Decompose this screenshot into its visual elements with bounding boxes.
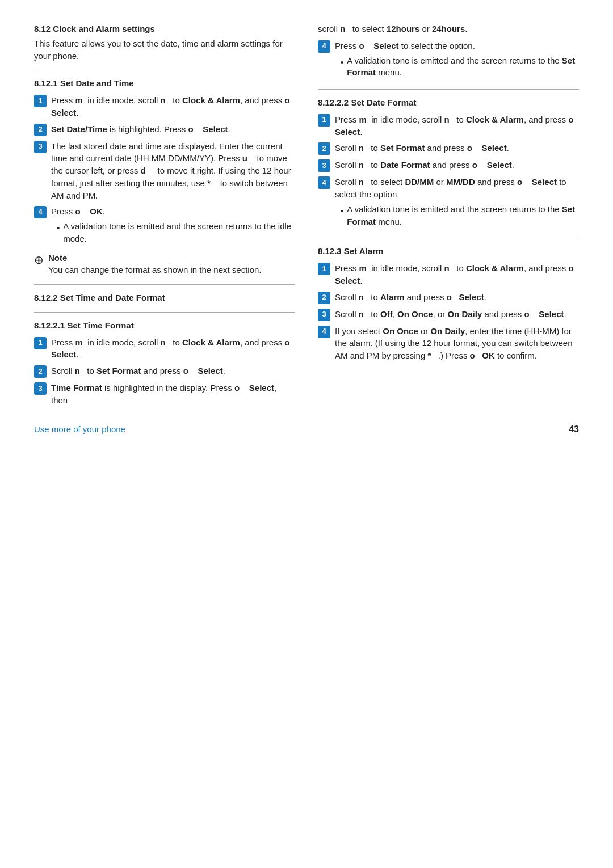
step-item: 3 The last stored date and time are disp… <box>34 140 295 202</box>
step-badge-4: 4 <box>318 40 330 53</box>
note-content: Note You can change the format as shown … <box>48 252 262 277</box>
step-badge-1: 1 <box>34 95 47 107</box>
set-date-time-title: 8.12.1 Set Date and Time <box>34 77 295 90</box>
step-item: 2 Scroll n to Alarm and press o Select. <box>318 291 579 304</box>
page-layout: 8.12 Clock and Alarm settings This featu… <box>34 23 579 411</box>
step-item: 3 Scroll n to Date Format and press o Se… <box>318 159 579 172</box>
step-content-1: Press m in idle mode, scroll n to Clock … <box>335 113 579 138</box>
set-format-title: 8.12.2 Set Time and Date Format <box>34 292 295 304</box>
step-content-2: Scroll n to Set Format and press o Selec… <box>51 365 295 377</box>
step-content-1: Press m in idle mode, scroll n to Clock … <box>335 262 579 287</box>
divider-1 <box>34 70 295 70</box>
step-item: 1 Press m in idle mode, scroll n to Cloc… <box>34 94 295 119</box>
set-time-format-title: 8.12.2.1 Set Time Format <box>34 319 295 332</box>
step-item: 4 If you select On Once or On Daily, ent… <box>318 325 579 362</box>
step-badge-3: 3 <box>34 382 47 395</box>
step-content-2: Scroll n to Set Format and press o Selec… <box>335 142 579 154</box>
bullet-dot: • <box>57 222 60 234</box>
section-intro: This feature allows you to set the date,… <box>34 37 295 62</box>
bullet-dot: • <box>341 205 343 217</box>
note-title: Note <box>48 253 67 263</box>
step-item: 2 Set Date/Time is highlighted. Press o … <box>34 123 295 136</box>
step-content-4: Press o OK. • A validation tone is emitt… <box>51 205 295 247</box>
divider-2 <box>34 284 295 285</box>
step-content-1: Press m in idle mode, scroll n to Clock … <box>51 336 295 361</box>
step-content-3: Scroll n to Date Format and press o Sele… <box>335 159 579 171</box>
step-badge-2: 2 <box>34 124 47 136</box>
set-alarm-title: 8.12.3 Set Alarm <box>318 245 579 258</box>
step-badge-4: 4 <box>34 206 47 218</box>
step-badge-1: 1 <box>34 337 47 349</box>
step-content-1: Press m in idle mode, scroll n to Clock … <box>51 94 295 119</box>
divider-3 <box>34 312 295 313</box>
left-column: 8.12 Clock and Alarm settings This featu… <box>34 23 295 411</box>
step-content-3: Scroll n to Off, On Once, or On Daily an… <box>335 308 579 321</box>
step-badge-1: 1 <box>318 263 330 275</box>
step-content-2: Scroll n to Alarm and press o Select. <box>335 291 579 304</box>
set-date-format-title: 8.12.2.2 Set Date Format <box>318 96 579 109</box>
step-bullets: • A validation tone is emitted and the s… <box>341 203 579 228</box>
bullet-dot: • <box>341 56 343 69</box>
step-badge-3: 3 <box>34 141 47 153</box>
step-content-2: Set Date/Time is highlighted. Press o Se… <box>51 123 295 136</box>
step-content-3: The last stored date and time are displa… <box>51 140 295 202</box>
bullet-text: A validation tone is emitted and the scr… <box>63 220 295 245</box>
divider-5 <box>318 238 579 238</box>
set-alarm-steps: 1 Press m in idle mode, scroll n to Cloc… <box>318 262 579 362</box>
step-badge-2: 2 <box>318 142 330 155</box>
step-badge-4: 4 <box>318 326 330 338</box>
continuation-text: scroll n to select 12hours or 24hours. <box>318 23 579 35</box>
step4-select: 4 Press o Select to select the option. •… <box>318 40 579 81</box>
step-content-3: Time Format is highlighted in the displa… <box>51 382 295 407</box>
footer-row: Use more of your phone 43 <box>34 423 579 436</box>
step-content-4: Press o Select to select the option. • A… <box>335 40 579 81</box>
step-bullets: • A validation tone is emitted and the s… <box>341 54 579 79</box>
note-text: You can change the format as shown in th… <box>48 265 262 275</box>
bullet-text: A validation tone is emitted and the scr… <box>347 203 579 228</box>
note-icon: ⊕ <box>34 252 44 268</box>
step-item: 3 Time Format is highlighted in the disp… <box>34 382 295 407</box>
step-item: 4 Press o Select to select the option. •… <box>318 40 579 81</box>
step-content-4: Scroll n to select DD/MM or MM/DD and pr… <box>335 176 579 230</box>
step-item: 4 Press o OK. • A validation tone is emi… <box>34 205 295 247</box>
note-box: ⊕ Note You can change the format as show… <box>34 252 295 277</box>
step-item: 2 Scroll n to Set Format and press o Sel… <box>318 142 579 155</box>
step-item: 2 Scroll n to Set Format and press o Sel… <box>34 365 295 378</box>
page-number: 43 <box>569 423 579 436</box>
bullet-item: • A validation tone is emitted and the s… <box>341 54 579 79</box>
step-badge-1: 1 <box>318 114 330 127</box>
bullet-text: A validation tone is emitted and the scr… <box>347 54 579 79</box>
set-time-format-steps: 1 Press m in idle mode, scroll n to Cloc… <box>34 336 295 407</box>
step-badge-4: 4 <box>318 176 330 189</box>
step-item: 1 Press m in idle mode, scroll n to Cloc… <box>34 336 295 361</box>
step-badge-2: 2 <box>34 365 47 378</box>
set-date-format-steps: 1 Press m in idle mode, scroll n to Cloc… <box>318 113 579 230</box>
bullet-item: • A validation tone is emitted and the s… <box>341 203 579 228</box>
bullet-item: • A validation tone is emitted and the s… <box>57 220 295 245</box>
step-badge-2: 2 <box>318 292 330 304</box>
step-item: 4 Scroll n to select DD/MM or MM/DD and … <box>318 176 579 230</box>
step-item: 1 Press m in idle mode, scroll n to Cloc… <box>318 262 579 287</box>
right-column: scroll n to select 12hours or 24hours. 4… <box>318 23 579 411</box>
footer-link[interactable]: Use more of your phone <box>34 423 125 436</box>
step-item: 1 Press m in idle mode, scroll n to Cloc… <box>318 113 579 138</box>
step-content-4: If you select On Once or On Daily, enter… <box>335 325 579 362</box>
step-bullets: • A validation tone is emitted and the s… <box>57 220 295 245</box>
set-date-time-steps: 1 Press m in idle mode, scroll n to Cloc… <box>34 94 295 247</box>
step-item: 3 Scroll n to Off, On Once, or On Daily … <box>318 308 579 321</box>
step-badge-3: 3 <box>318 309 330 321</box>
section-title-main: 8.12 Clock and Alarm settings <box>34 23 295 35</box>
step-badge-3: 3 <box>318 159 330 172</box>
divider-4 <box>318 89 579 90</box>
